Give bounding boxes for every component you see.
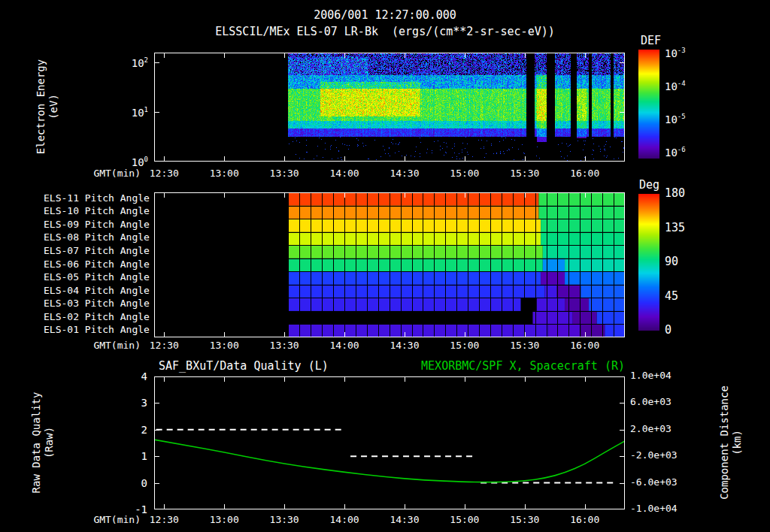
pitch-row-label: ELS-10 Pitch Angle (44, 206, 149, 217)
spec-y-axis-label-line1: Electron Energy (35, 59, 47, 154)
x-tick-label: 12:30 (145, 515, 183, 526)
x-tick-label: 16:00 (566, 168, 604, 180)
cbar2-tick-label: 180 (665, 187, 685, 200)
x-tick-label: 14:30 (386, 515, 423, 526)
pitch-row-label: ELS-07 Pitch Angle (44, 246, 149, 257)
cbar1-tick-label: 10-3 (665, 47, 686, 59)
gmt-label: GMT(min) (71, 340, 141, 352)
cbar2-tick-label: 90 (665, 255, 678, 268)
def-colorbar-canvas (638, 50, 659, 159)
pitch-row-label: ELS-02 Pitch Angle (44, 312, 149, 323)
x-tick-label: 15:30 (506, 340, 544, 352)
quality-plot-canvas (154, 376, 625, 509)
x-tick-label: 14:00 (326, 515, 363, 526)
x-tick-label: 12:30 (145, 340, 183, 352)
x-tick-label: 16:00 (566, 515, 604, 526)
cbar1-tick-label: 10-5 (665, 113, 686, 125)
quality-ytick-left: 4 (119, 370, 147, 382)
quality-ytick-left: 2 (119, 424, 147, 436)
spec-y-axis-label-line2: (eV) (47, 59, 60, 154)
cbar2-tick-label: 0 (665, 324, 671, 337)
plot-subtitle: ELSSCIL/MEx ELS-07 LR-Bk (ergs/(cm**2-sr… (215, 26, 555, 38)
x-tick-label: 15:30 (506, 515, 544, 526)
quality-ytick-right: 2.0e+03 (630, 424, 671, 435)
x-tick-label: 13:30 (265, 340, 303, 352)
gmt-label: GMT(min) (71, 168, 141, 180)
pitch-row-label: ELS-09 Pitch Angle (44, 219, 149, 231)
pitch-row-label: ELS-06 Pitch Angle (44, 259, 149, 271)
x-tick-label: 14:00 (326, 340, 363, 352)
quality-ytick-right: 1.0e+04 (630, 370, 671, 382)
colorbar2-title: Deg (639, 179, 659, 192)
pitch-row-label: ELS-11 Pitch Angle (44, 193, 149, 204)
quality-ytick-right: -2.0e+03 (630, 450, 678, 461)
quality-right-axis-label-line1: Component Distance (718, 385, 731, 500)
x-tick-label: 13:00 (205, 168, 243, 180)
quality-ytick-left: 1 (119, 450, 147, 462)
x-tick-label: 12:30 (145, 168, 183, 180)
quality-ytick-left: 3 (119, 397, 147, 409)
pitch-row-label: ELS-04 Pitch Angle (44, 286, 149, 297)
pitch-row-label: ELS-08 Pitch Angle (44, 232, 149, 243)
x-tick-label: 14:30 (386, 168, 423, 180)
cbar2-tick-label: 135 (665, 222, 685, 234)
quality-ytick-left: -1 (119, 503, 147, 515)
x-tick-label: 13:30 (265, 515, 303, 526)
cbar1-tick-label: 10-6 (665, 146, 686, 159)
pitch-row-label: ELS-01 Pitch Angle (44, 325, 149, 336)
plot-screen: 2006/001 12:27:00.000 ELSSCIL/MEx ELS-07… (0, 0, 770, 532)
quality-ytick-right: -6.0e+03 (630, 477, 678, 488)
page-title: 2006/001 12:27:00.000 (314, 9, 456, 22)
x-tick-label: 14:00 (326, 168, 363, 180)
x-tick-label: 13:30 (265, 168, 303, 180)
energy-tick-label: 100 (115, 156, 148, 168)
x-tick-label: 13:00 (205, 340, 243, 352)
x-tick-label: 15:00 (446, 168, 484, 180)
deg-colorbar-canvas (638, 194, 659, 331)
x-tick-label: 13:00 (205, 515, 243, 526)
pitch-row-label: ELS-03 Pitch Angle (44, 298, 149, 310)
x-tick-label: 15:30 (506, 168, 544, 180)
quality-left-axis-label-line1: Raw Data Quality (30, 392, 43, 494)
quality-ytick-right: 6.0e+03 (630, 397, 671, 408)
x-tick-label: 14:30 (386, 340, 423, 352)
cbar1-tick-label: 10-4 (665, 80, 686, 92)
x-tick-label: 16:00 (566, 340, 604, 352)
quality-ytick-right: -1.0e+04 (630, 503, 678, 515)
quality-title-left: SAF_BXuT/Data Quality (L) (159, 360, 329, 373)
electron-spectrogram-canvas (154, 53, 625, 162)
quality-left-axis-label-line2: (Raw) (43, 392, 56, 494)
pitch-row-label: ELS-05 Pitch Angle (44, 272, 149, 283)
energy-tick-label: 102 (115, 56, 148, 69)
colorbar1-title: DEF (641, 35, 661, 47)
quality-title-right: MEXORBMC/SPF X, Spacecraft (R) (305, 360, 625, 373)
energy-tick-label: 101 (115, 106, 148, 119)
quality-ytick-left: 0 (119, 477, 147, 489)
x-tick-label: 15:00 (446, 515, 484, 526)
gmt-label: GMT(min) (71, 515, 141, 526)
pitch-angle-canvas (154, 192, 625, 337)
cbar2-tick-label: 45 (665, 290, 678, 303)
quality-right-axis-label-line2: (km) (731, 385, 744, 500)
x-tick-label: 15:00 (446, 340, 484, 352)
